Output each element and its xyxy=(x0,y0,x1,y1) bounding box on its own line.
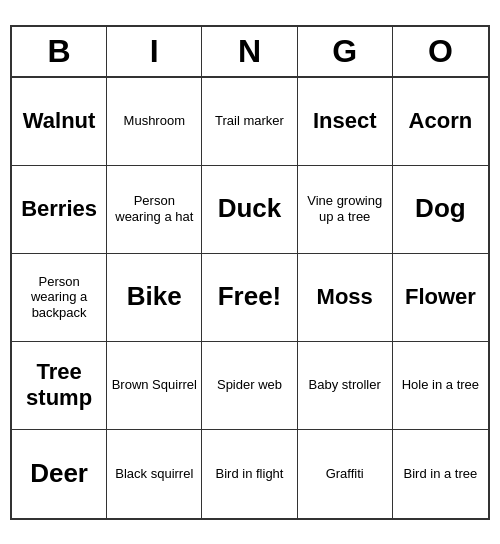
cell-text: Walnut xyxy=(23,108,96,134)
cell-text: Berries xyxy=(21,196,97,222)
cell-text: Duck xyxy=(218,193,282,224)
cell-r4-c4[interactable]: Bird in a tree xyxy=(393,430,488,518)
bingo-card: BINGO WalnutMushroomTrail markerInsectAc… xyxy=(10,25,490,520)
cell-r1-c4[interactable]: Dog xyxy=(393,166,488,254)
cell-text: Bike xyxy=(127,281,182,312)
bingo-letter-i: I xyxy=(107,27,202,76)
cell-r0-c3[interactable]: Insect xyxy=(298,78,393,166)
cell-r4-c1[interactable]: Black squirrel xyxy=(107,430,202,518)
cell-text: Trail marker xyxy=(215,113,284,129)
cell-r3-c2[interactable]: Spider web xyxy=(202,342,297,430)
cell-text: Free! xyxy=(218,281,282,312)
cell-text: Person wearing a hat xyxy=(111,193,197,224)
cell-text: Bird in flight xyxy=(216,466,284,482)
bingo-grid: WalnutMushroomTrail markerInsectAcornBer… xyxy=(12,78,488,518)
cell-r2-c2[interactable]: Free! xyxy=(202,254,297,342)
cell-text: Bird in a tree xyxy=(404,466,478,482)
cell-r2-c3[interactable]: Moss xyxy=(298,254,393,342)
bingo-letter-b: B xyxy=(12,27,107,76)
bingo-letter-n: N xyxy=(202,27,297,76)
cell-text: Mushroom xyxy=(124,113,185,129)
cell-text: Hole in a tree xyxy=(402,377,479,393)
cell-text: Acorn xyxy=(409,108,473,134)
bingo-header: BINGO xyxy=(12,27,488,78)
cell-text: Spider web xyxy=(217,377,282,393)
cell-r1-c2[interactable]: Duck xyxy=(202,166,297,254)
cell-r2-c4[interactable]: Flower xyxy=(393,254,488,342)
cell-text: Graffiti xyxy=(326,466,364,482)
cell-text: Dog xyxy=(415,193,466,224)
cell-r2-c1[interactable]: Bike xyxy=(107,254,202,342)
cell-r1-c3[interactable]: Vine growing up a tree xyxy=(298,166,393,254)
cell-r1-c1[interactable]: Person wearing a hat xyxy=(107,166,202,254)
cell-text: Baby stroller xyxy=(309,377,381,393)
cell-text: Brown Squirrel xyxy=(112,377,197,393)
cell-r4-c3[interactable]: Graffiti xyxy=(298,430,393,518)
cell-text: Tree stump xyxy=(16,359,102,412)
cell-text: Deer xyxy=(30,458,88,489)
cell-r0-c2[interactable]: Trail marker xyxy=(202,78,297,166)
cell-r0-c4[interactable]: Acorn xyxy=(393,78,488,166)
cell-text: Flower xyxy=(405,284,476,310)
cell-r1-c0[interactable]: Berries xyxy=(12,166,107,254)
cell-text: Black squirrel xyxy=(115,466,193,482)
cell-r3-c4[interactable]: Hole in a tree xyxy=(393,342,488,430)
cell-text: Moss xyxy=(317,284,373,310)
cell-r3-c3[interactable]: Baby stroller xyxy=(298,342,393,430)
cell-r0-c0[interactable]: Walnut xyxy=(12,78,107,166)
bingo-letter-o: O xyxy=(393,27,488,76)
cell-text: Person wearing a backpack xyxy=(16,274,102,321)
cell-r0-c1[interactable]: Mushroom xyxy=(107,78,202,166)
cell-r2-c0[interactable]: Person wearing a backpack xyxy=(12,254,107,342)
cell-text: Vine growing up a tree xyxy=(302,193,388,224)
bingo-letter-g: G xyxy=(298,27,393,76)
cell-text: Insect xyxy=(313,108,377,134)
cell-r4-c2[interactable]: Bird in flight xyxy=(202,430,297,518)
cell-r3-c0[interactable]: Tree stump xyxy=(12,342,107,430)
cell-r3-c1[interactable]: Brown Squirrel xyxy=(107,342,202,430)
cell-r4-c0[interactable]: Deer xyxy=(12,430,107,518)
